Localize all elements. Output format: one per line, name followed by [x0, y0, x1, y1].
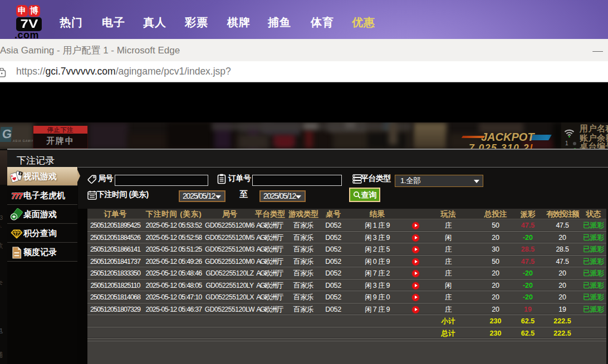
svg-text:777: 777 — [12, 191, 23, 200]
